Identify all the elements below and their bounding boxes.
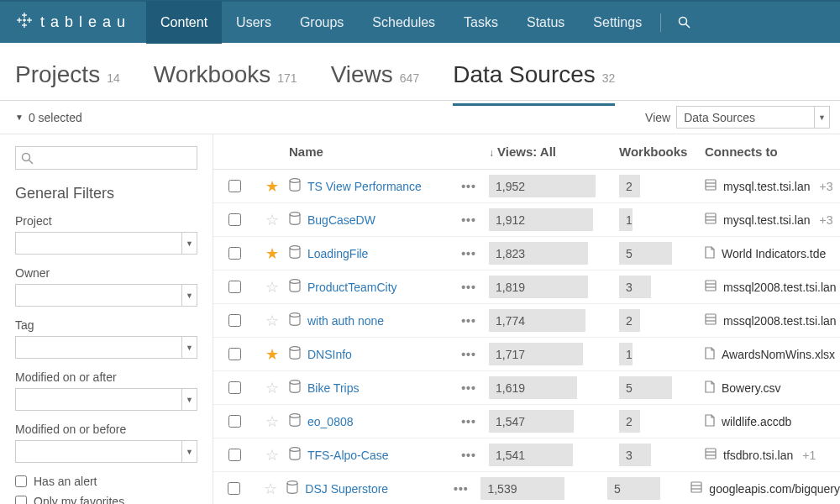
connection-name: Bowery.csv <box>722 381 781 395</box>
favorite-star-icon[interactable]: ★ <box>265 177 279 196</box>
tab-projects[interactable]: Projects14 <box>15 61 120 106</box>
row-actions-menu[interactable]: ••• <box>461 348 476 361</box>
file-icon <box>705 381 715 396</box>
database-icon <box>690 481 702 496</box>
tab-views[interactable]: Views647 <box>331 61 420 106</box>
header-name[interactable]: Name <box>289 144 323 159</box>
favorite-star-icon[interactable]: ☆ <box>265 379 279 397</box>
view-select-value: Data Sources <box>677 111 814 124</box>
table-header: Name ↓Views: All Workbooks Connects to <box>213 134 840 170</box>
sidebar-search-input[interactable] <box>15 146 197 170</box>
only-favorites-checkbox[interactable] <box>15 496 27 504</box>
row-checkbox[interactable] <box>228 180 241 192</box>
row-checkbox[interactable] <box>228 213 241 226</box>
nav-groups[interactable]: Groups <box>286 1 358 44</box>
view-label: View <box>645 111 670 124</box>
selection-dropdown-icon[interactable]: ▼ <box>15 113 24 122</box>
nav-settings[interactable]: Settings <box>579 1 656 44</box>
connection-name: mysql.test.tsi.lan <box>723 180 810 193</box>
datasource-link[interactable]: ProductTeamCity <box>307 281 397 294</box>
row-checkbox[interactable] <box>228 482 240 495</box>
connection-name: AwardsNomWins.xlsx <box>722 348 835 361</box>
row-checkbox[interactable] <box>228 415 241 428</box>
datasource-link[interactable]: DNSInfo <box>307 348 352 361</box>
global-search-button[interactable] <box>665 1 703 44</box>
datasource-link[interactable]: Bike Trips <box>307 381 359 395</box>
row-checkbox[interactable] <box>228 449 241 461</box>
tab-count: 171 <box>277 71 297 85</box>
datasource-link[interactable]: TS View Performance <box>307 180 422 193</box>
datasource-link[interactable]: BugCaseDW <box>307 213 375 227</box>
favorite-star-icon[interactable]: ☆ <box>265 211 279 229</box>
row-actions-menu[interactable]: ••• <box>461 180 476 193</box>
row-checkbox[interactable] <box>228 348 241 360</box>
header-workbooks[interactable]: Workbooks <box>619 144 687 159</box>
tab-label: Data Sources <box>453 61 596 88</box>
row-checkbox[interactable] <box>228 381 241 394</box>
workbooks-bar: 2 <box>619 309 640 332</box>
connection-more[interactable]: +3 <box>819 180 832 193</box>
views-bar: 1,912 <box>489 208 593 231</box>
logo[interactable]: tableau <box>0 11 146 34</box>
favorite-star-icon[interactable]: ★ <box>265 244 279 263</box>
nav-schedules[interactable]: Schedules <box>358 1 449 44</box>
datasource-icon <box>289 212 301 228</box>
row-actions-menu[interactable]: ••• <box>461 314 476 328</box>
connection-more[interactable]: +1 <box>802 449 816 462</box>
datasource-link[interactable]: eo_0808 <box>307 415 354 428</box>
tab-workbooks[interactable]: Workbooks171 <box>154 61 297 106</box>
favorite-star-icon[interactable]: ☆ <box>265 446 279 465</box>
row-actions-menu[interactable]: ••• <box>461 281 476 294</box>
datasource-link[interactable]: DSJ Superstore <box>305 482 388 496</box>
only-favorites-label: Only my favorites <box>34 495 124 504</box>
chevron-down-icon: ▼ <box>181 233 197 254</box>
tag-filter-select[interactable]: ▼ <box>15 336 197 359</box>
file-icon <box>705 246 715 261</box>
favorite-star-icon[interactable]: ☆ <box>265 278 279 297</box>
has-alert-checkbox[interactable] <box>15 475 27 487</box>
view-select[interactable]: Data Sources ▼ <box>676 106 830 129</box>
file-icon <box>705 414 715 429</box>
filter-sidebar: General Filters Project ▼ Owner ▼ Tag ▼ … <box>0 134 213 504</box>
owner-filter-select[interactable]: ▼ <box>15 284 197 307</box>
nav-users[interactable]: Users <box>222 1 286 44</box>
tab-data-sources[interactable]: Data Sources32 <box>453 61 615 106</box>
datasource-link[interactable]: with auth none <box>307 314 384 328</box>
table-row: ☆Bike Trips•••1,6195Bowery.csv <box>213 371 840 405</box>
tab-count: 14 <box>107 71 120 85</box>
row-checkbox[interactable] <box>228 281 241 293</box>
workbooks-bar: 1 <box>619 343 633 365</box>
row-actions-menu[interactable]: ••• <box>461 213 476 227</box>
row-actions-menu[interactable]: ••• <box>461 415 476 428</box>
modified-before-label: Modified on or before <box>15 423 197 436</box>
row-checkbox[interactable] <box>228 314 241 327</box>
toolbar: ▼ 0 selected View Data Sources ▼ <box>0 101 840 134</box>
views-bar: 1,823 <box>489 242 588 265</box>
tab-count: 32 <box>602 71 616 85</box>
favorite-star-icon[interactable]: ☆ <box>265 312 279 330</box>
datasource-link[interactable]: TFS-Alpo-Case <box>307 449 388 462</box>
nav-content[interactable]: Content <box>146 1 222 44</box>
modified-before-select[interactable]: ▼ <box>15 440 197 463</box>
row-checkbox[interactable] <box>228 247 241 260</box>
table-row: ☆ProductTeamCity•••1,8193mssql2008.test.… <box>213 270 840 304</box>
datasource-icon <box>289 279 301 295</box>
tab-count: 647 <box>400 71 419 85</box>
modified-after-select[interactable]: ▼ <box>15 388 197 411</box>
row-actions-menu[interactable]: ••• <box>454 482 469 496</box>
row-actions-menu[interactable]: ••• <box>461 381 476 395</box>
header-connects[interactable]: Connects to <box>705 144 778 159</box>
row-actions-menu[interactable]: ••• <box>461 247 476 260</box>
nav-tasks[interactable]: Tasks <box>449 1 512 44</box>
favorite-star-icon[interactable]: ☆ <box>265 412 279 431</box>
row-actions-menu[interactable]: ••• <box>461 449 476 462</box>
favorite-star-icon[interactable]: ★ <box>265 345 279 364</box>
project-filter-select[interactable]: ▼ <box>15 232 197 255</box>
tab-label: Projects <box>15 61 100 88</box>
nav-divider <box>660 13 661 32</box>
connection-more[interactable]: +3 <box>819 213 832 227</box>
nav-status[interactable]: Status <box>512 1 579 44</box>
favorite-star-icon[interactable]: ☆ <box>264 480 277 498</box>
header-views[interactable]: Views: All <box>497 144 556 159</box>
datasource-link[interactable]: LoadingFile <box>307 247 368 260</box>
